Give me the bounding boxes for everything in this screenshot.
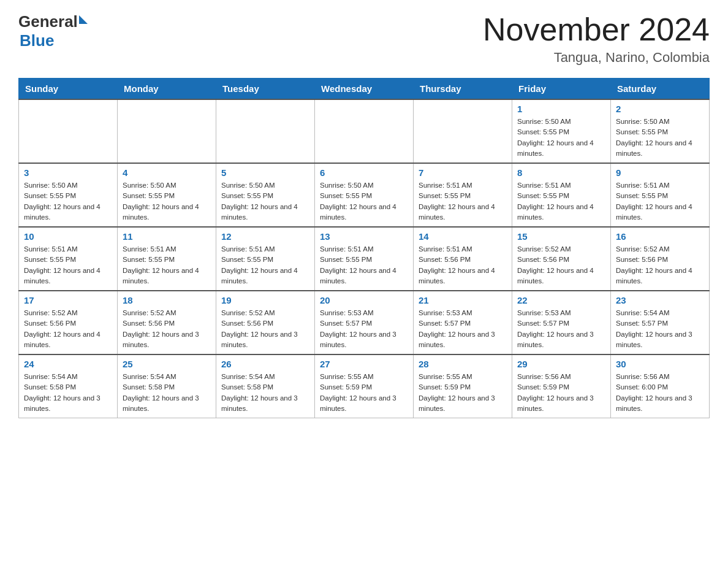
day-number: 14 xyxy=(419,231,507,242)
calendar-cell: 23Sunrise: 5:54 AMSunset: 5:57 PMDayligh… xyxy=(611,291,710,354)
day-number: 10 xyxy=(24,231,112,242)
calendar-cell: 19Sunrise: 5:52 AMSunset: 5:56 PMDayligh… xyxy=(216,291,315,354)
day-number: 1 xyxy=(517,104,605,114)
logo-triangle-icon xyxy=(79,15,88,24)
calendar-cell xyxy=(414,99,512,163)
calendar-cell: 16Sunrise: 5:52 AMSunset: 5:56 PMDayligh… xyxy=(611,227,710,291)
day-info: Sunrise: 5:53 AMSunset: 5:57 PMDaylight:… xyxy=(419,308,507,350)
day-info: Sunrise: 5:52 AMSunset: 5:56 PMDaylight:… xyxy=(517,244,605,286)
day-number: 6 xyxy=(320,167,408,178)
col-friday: Friday xyxy=(512,79,611,100)
day-number: 24 xyxy=(24,359,112,369)
day-info: Sunrise: 5:50 AMSunset: 5:55 PMDaylight:… xyxy=(616,117,704,159)
day-info: Sunrise: 5:52 AMSunset: 5:56 PMDaylight:… xyxy=(24,308,112,350)
calendar-cell: 22Sunrise: 5:53 AMSunset: 5:57 PMDayligh… xyxy=(512,291,611,354)
day-number: 13 xyxy=(320,231,408,242)
day-number: 12 xyxy=(221,231,309,242)
day-number: 15 xyxy=(517,231,605,242)
location-title: Tangua, Narino, Colombia xyxy=(483,50,710,66)
day-info: Sunrise: 5:51 AMSunset: 5:55 PMDaylight:… xyxy=(320,244,408,286)
day-info: Sunrise: 5:55 AMSunset: 5:59 PMDaylight:… xyxy=(320,372,408,414)
day-info: Sunrise: 5:55 AMSunset: 5:59 PMDaylight:… xyxy=(419,372,507,414)
day-info: Sunrise: 5:56 AMSunset: 6:00 PMDaylight:… xyxy=(616,372,704,414)
day-info: Sunrise: 5:52 AMSunset: 5:56 PMDaylight:… xyxy=(221,308,309,350)
calendar-cell: 10Sunrise: 5:51 AMSunset: 5:55 PMDayligh… xyxy=(19,227,118,291)
day-number: 30 xyxy=(616,359,704,369)
calendar-cell: 25Sunrise: 5:54 AMSunset: 5:58 PMDayligh… xyxy=(118,354,216,418)
calendar-cell: 26Sunrise: 5:54 AMSunset: 5:58 PMDayligh… xyxy=(216,354,315,418)
day-info: Sunrise: 5:56 AMSunset: 5:59 PMDaylight:… xyxy=(517,372,605,414)
day-info: Sunrise: 5:54 AMSunset: 5:57 PMDaylight:… xyxy=(616,308,704,350)
day-number: 2 xyxy=(616,104,704,114)
day-number: 29 xyxy=(517,359,605,369)
calendar-cell: 2Sunrise: 5:50 AMSunset: 5:55 PMDaylight… xyxy=(611,99,710,163)
day-number: 21 xyxy=(419,295,507,305)
col-saturday: Saturday xyxy=(611,79,710,100)
day-info: Sunrise: 5:51 AMSunset: 5:56 PMDaylight:… xyxy=(419,244,507,286)
day-number: 3 xyxy=(24,167,112,178)
week-row-3: 10Sunrise: 5:51 AMSunset: 5:55 PMDayligh… xyxy=(19,227,710,291)
week-row-1: 1Sunrise: 5:50 AMSunset: 5:55 PMDaylight… xyxy=(19,99,710,163)
day-info: Sunrise: 5:53 AMSunset: 5:57 PMDaylight:… xyxy=(320,308,408,350)
calendar-cell: 5Sunrise: 5:50 AMSunset: 5:55 PMDaylight… xyxy=(216,163,315,227)
col-tuesday: Tuesday xyxy=(216,79,315,100)
day-number: 7 xyxy=(419,167,507,178)
calendar-cell: 24Sunrise: 5:54 AMSunset: 5:58 PMDayligh… xyxy=(19,354,118,418)
day-number: 27 xyxy=(320,359,408,369)
calendar-cell: 17Sunrise: 5:52 AMSunset: 5:56 PMDayligh… xyxy=(19,291,118,354)
title-section: November 2024 Tangua, Narino, Colombia xyxy=(483,12,710,66)
week-row-2: 3Sunrise: 5:50 AMSunset: 5:55 PMDaylight… xyxy=(19,163,710,227)
calendar-cell: 3Sunrise: 5:50 AMSunset: 5:55 PMDaylight… xyxy=(19,163,118,227)
day-info: Sunrise: 5:52 AMSunset: 5:56 PMDaylight:… xyxy=(616,244,704,286)
day-info: Sunrise: 5:51 AMSunset: 5:55 PMDaylight:… xyxy=(517,180,605,223)
calendar-cell: 29Sunrise: 5:56 AMSunset: 5:59 PMDayligh… xyxy=(512,354,611,418)
calendar-cell xyxy=(216,99,315,163)
week-row-4: 17Sunrise: 5:52 AMSunset: 5:56 PMDayligh… xyxy=(19,291,710,354)
day-number: 22 xyxy=(517,295,605,305)
calendar-cell xyxy=(118,99,216,163)
calendar-cell: 28Sunrise: 5:55 AMSunset: 5:59 PMDayligh… xyxy=(414,354,512,418)
calendar-table: Sunday Monday Tuesday Wednesday Thursday… xyxy=(18,78,710,418)
day-info: Sunrise: 5:51 AMSunset: 5:55 PMDaylight:… xyxy=(221,244,309,286)
day-number: 25 xyxy=(123,359,211,369)
day-info: Sunrise: 5:50 AMSunset: 5:55 PMDaylight:… xyxy=(517,117,605,159)
day-number: 17 xyxy=(24,295,112,305)
day-info: Sunrise: 5:52 AMSunset: 5:56 PMDaylight:… xyxy=(123,308,211,350)
month-title: November 2024 xyxy=(483,12,710,47)
day-info: Sunrise: 5:51 AMSunset: 5:55 PMDaylight:… xyxy=(24,244,112,286)
calendar-cell: 21Sunrise: 5:53 AMSunset: 5:57 PMDayligh… xyxy=(414,291,512,354)
calendar-cell: 12Sunrise: 5:51 AMSunset: 5:55 PMDayligh… xyxy=(216,227,315,291)
day-number: 4 xyxy=(123,167,211,178)
calendar-cell: 8Sunrise: 5:51 AMSunset: 5:55 PMDaylight… xyxy=(512,163,611,227)
calendar-cell: 6Sunrise: 5:50 AMSunset: 5:55 PMDaylight… xyxy=(315,163,414,227)
col-wednesday: Wednesday xyxy=(315,79,414,100)
day-info: Sunrise: 5:54 AMSunset: 5:58 PMDaylight:… xyxy=(123,372,211,414)
calendar-cell: 4Sunrise: 5:50 AMSunset: 5:55 PMDaylight… xyxy=(118,163,216,227)
day-number: 11 xyxy=(123,231,211,242)
calendar-cell: 7Sunrise: 5:51 AMSunset: 5:55 PMDaylight… xyxy=(414,163,512,227)
day-number: 19 xyxy=(221,295,309,305)
day-info: Sunrise: 5:51 AMSunset: 5:55 PMDaylight:… xyxy=(616,180,704,223)
day-info: Sunrise: 5:50 AMSunset: 5:55 PMDaylight:… xyxy=(123,180,211,223)
day-info: Sunrise: 5:54 AMSunset: 5:58 PMDaylight:… xyxy=(24,372,112,414)
calendar-cell: 15Sunrise: 5:52 AMSunset: 5:56 PMDayligh… xyxy=(512,227,611,291)
col-sunday: Sunday xyxy=(19,79,118,100)
calendar-header-row: Sunday Monday Tuesday Wednesday Thursday… xyxy=(19,79,710,100)
calendar-cell xyxy=(315,99,414,163)
day-info: Sunrise: 5:50 AMSunset: 5:55 PMDaylight:… xyxy=(24,180,112,223)
day-number: 8 xyxy=(517,167,605,178)
calendar-cell: 20Sunrise: 5:53 AMSunset: 5:57 PMDayligh… xyxy=(315,291,414,354)
day-info: Sunrise: 5:53 AMSunset: 5:57 PMDaylight:… xyxy=(517,308,605,350)
page-header: General Blue November 2024 Tangua, Narin… xyxy=(18,12,710,66)
day-number: 28 xyxy=(419,359,507,369)
calendar-cell: 14Sunrise: 5:51 AMSunset: 5:56 PMDayligh… xyxy=(414,227,512,291)
day-number: 26 xyxy=(221,359,309,369)
logo-blue: Blue xyxy=(20,31,88,50)
calendar-cell xyxy=(19,99,118,163)
logo: General Blue xyxy=(18,12,88,50)
day-number: 16 xyxy=(616,231,704,242)
calendar-cell: 9Sunrise: 5:51 AMSunset: 5:55 PMDaylight… xyxy=(611,163,710,227)
calendar-cell: 11Sunrise: 5:51 AMSunset: 5:55 PMDayligh… xyxy=(118,227,216,291)
calendar-cell: 30Sunrise: 5:56 AMSunset: 6:00 PMDayligh… xyxy=(611,354,710,418)
day-number: 5 xyxy=(221,167,309,178)
